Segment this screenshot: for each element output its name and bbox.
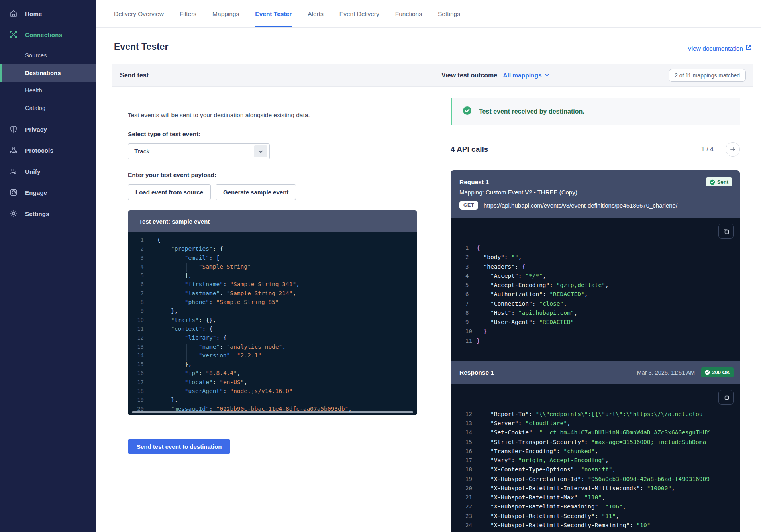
sidebar-item-sources[interactable]: Sources bbox=[0, 47, 96, 64]
mapping-label: Mapping: bbox=[459, 189, 486, 196]
code-line: 21 "X-Hubspot-Ratelimit-Max": "110", bbox=[451, 494, 740, 503]
code-line: 16 "Transfer-Encoding": "chunked", bbox=[451, 448, 740, 457]
line-number: 13 bbox=[451, 420, 477, 429]
code-line: 3 "email": [ bbox=[128, 255, 417, 263]
line-number: 4 bbox=[451, 273, 477, 282]
code-line: 23 "X-Hubspot-Ratelimit-Secondly": "11", bbox=[451, 513, 740, 522]
tab-delivery-overview[interactable]: Delivery Overview bbox=[114, 0, 164, 27]
connections-icon bbox=[10, 31, 18, 39]
line-number: 16 bbox=[128, 370, 144, 379]
sidebar-item-label: Sources bbox=[25, 52, 47, 59]
response-timestamp: Mar 3, 2025, 11:51 AM bbox=[637, 369, 695, 376]
response-status-label: 200 OK bbox=[712, 369, 730, 375]
line-number: 23 bbox=[451, 513, 477, 522]
payload-label: Enter your test event payload: bbox=[128, 171, 417, 179]
line-number: 13 bbox=[128, 344, 144, 352]
unify-icon bbox=[10, 167, 18, 175]
generate-sample-event-button[interactable]: Generate sample event bbox=[216, 184, 296, 200]
engage-icon bbox=[10, 188, 18, 196]
request-title: Request 1 bbox=[459, 179, 489, 186]
sidebar-item-catalog[interactable]: Catalog bbox=[0, 99, 96, 117]
code-line: 7 "lastname": "Sample String 214", bbox=[128, 290, 417, 299]
response-status-badge: 200 OK bbox=[701, 367, 734, 377]
request-url: https://api.hubapi.com/events/v3/event-d… bbox=[484, 202, 677, 209]
line-number: 1 bbox=[128, 237, 144, 245]
send-test-event-button[interactable]: Send test event to destination bbox=[128, 439, 230, 454]
code-line: 10 } bbox=[451, 328, 740, 337]
code-line: 3 "headers": { bbox=[451, 263, 740, 273]
next-api-call-button[interactable] bbox=[726, 142, 740, 157]
code-line: 8 "Host": "api.hubapi.com", bbox=[451, 310, 740, 319]
sidebar-item-label: Engage bbox=[25, 189, 47, 196]
payload-editor-code[interactable]: 1{2 "properties": {3 "email": [4 "Sample… bbox=[128, 232, 417, 415]
send-test-panel: Send test Test events will be sent to yo… bbox=[112, 64, 433, 532]
view-documentation-link[interactable]: View documentation bbox=[688, 45, 751, 52]
line-number: 3 bbox=[451, 263, 477, 273]
success-banner: Test event received by destination. bbox=[451, 98, 740, 125]
line-number: 2 bbox=[451, 254, 477, 263]
line-number: 16 bbox=[451, 448, 477, 457]
code-line: 24 "X-Hubspot-Ratelimit-Secondly-Remaini… bbox=[451, 522, 740, 531]
code-line: 1{ bbox=[451, 245, 740, 254]
copy-request-button[interactable] bbox=[718, 224, 734, 239]
sidebar-nav: HomeConnectionsSourcesDestinationsHealth… bbox=[0, 0, 96, 222]
sidebar-item-engage[interactable]: Engage bbox=[0, 184, 96, 201]
tab-mappings[interactable]: Mappings bbox=[212, 0, 239, 27]
request-url-row: GET https://api.hubapi.com/events/v3/eve… bbox=[459, 201, 732, 210]
sidebar-item-privacy[interactable]: Privacy bbox=[0, 120, 96, 138]
code-line: 11} bbox=[451, 338, 740, 347]
send-test-body: Test events will be sent to your destina… bbox=[112, 87, 433, 454]
sidebar-item-destinations[interactable]: Destinations bbox=[0, 64, 96, 82]
all-mappings-dropdown[interactable]: All mappings bbox=[503, 72, 549, 79]
line-number: 21 bbox=[451, 494, 477, 503]
home-icon bbox=[10, 10, 18, 18]
tab-event-delivery[interactable]: Event Delivery bbox=[339, 0, 379, 27]
sidebar-item-settings[interactable]: Settings bbox=[0, 205, 96, 222]
mapping-link[interactable]: Custom Event V2 - THREE (Copy) bbox=[486, 189, 577, 196]
payload-buttons: Load event from source Generate sample e… bbox=[128, 184, 417, 200]
sidebar-item-label: Home bbox=[25, 10, 42, 17]
http-method-chip: GET bbox=[459, 201, 478, 210]
sent-status-badge: Sent bbox=[706, 177, 732, 186]
send-test-description: Test events will be sent to your destina… bbox=[128, 112, 417, 119]
code-line: 7 "Connection": "close", bbox=[451, 300, 740, 310]
tab-alerts[interactable]: Alerts bbox=[308, 0, 324, 27]
line-number: 5 bbox=[451, 282, 477, 291]
code-line: 17 "Vary": "origin, Accept-Encoding", bbox=[451, 457, 740, 466]
tab-settings[interactable]: Settings bbox=[438, 0, 460, 27]
load-event-from-source-button[interactable]: Load event from source bbox=[128, 184, 211, 200]
sent-status-label: Sent bbox=[717, 179, 728, 185]
sidebar-item-protocols[interactable]: Protocols bbox=[0, 141, 96, 159]
page-title: Event Tester bbox=[114, 41, 168, 52]
line-number: 5 bbox=[128, 272, 144, 281]
tabbar: Delivery OverviewFiltersMappingsEvent Te… bbox=[96, 0, 761, 28]
line-number: 9 bbox=[128, 308, 144, 316]
code-line: 18 "userAgent": "node.js/v14.16.0" bbox=[128, 388, 417, 397]
sidebar-item-health[interactable]: Health bbox=[0, 82, 96, 99]
line-number: 7 bbox=[451, 300, 477, 310]
tab-filters[interactable]: Filters bbox=[180, 0, 196, 27]
line-number: 7 bbox=[128, 290, 144, 299]
code-line: 6 "Authorization": "REDACTED", bbox=[451, 291, 740, 300]
code-line: 15 }, bbox=[128, 361, 417, 370]
line-number: 15 bbox=[451, 439, 477, 448]
line-number: 18 bbox=[451, 466, 477, 475]
line-number: 8 bbox=[128, 299, 144, 308]
sidebar-item-label: Privacy bbox=[25, 126, 47, 133]
sidebar-item-connections[interactable]: Connections bbox=[0, 26, 96, 43]
code-line: 14 "Set-Cookie": "__cf_bm=4hlC7wuDU1HinN… bbox=[451, 429, 740, 438]
code-line: 13 "Server": "cloudflare", bbox=[451, 420, 740, 429]
sidebar-item-home[interactable]: Home bbox=[0, 5, 96, 22]
code-line: 19 "X-Hubspot-Correlation-Id": "956a0cb3… bbox=[451, 476, 740, 485]
tab-functions[interactable]: Functions bbox=[395, 0, 422, 27]
sidebar: HomeConnectionsSourcesDestinationsHealth… bbox=[0, 0, 96, 532]
sidebar-item-label: Destinations bbox=[25, 70, 61, 76]
event-type-select[interactable]: Track bbox=[128, 143, 270, 159]
chevron-down-icon[interactable] bbox=[254, 145, 267, 157]
success-banner-text: Test event received by destination. bbox=[479, 108, 584, 115]
line-number: 14 bbox=[128, 352, 144, 361]
copy-response-button[interactable] bbox=[718, 390, 734, 405]
tab-event-tester[interactable]: Event Tester bbox=[255, 0, 292, 27]
sidebar-item-unify[interactable]: Unify bbox=[0, 163, 96, 180]
line-number: 10 bbox=[451, 328, 477, 337]
